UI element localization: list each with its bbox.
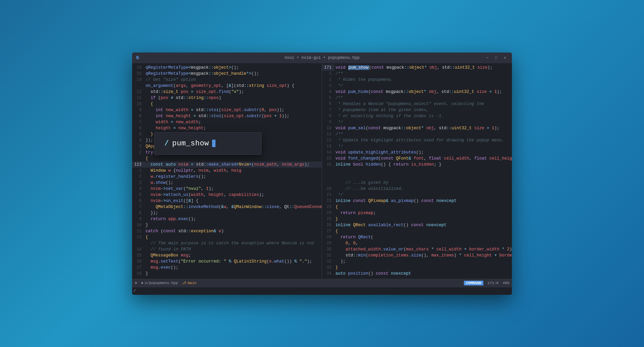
code-line: 2 * Hides the popupmenu. [322,77,512,83]
code-line: 6 height = new_height; [132,125,322,131]
code-line: 5 nvim->attach_ui(width, height, capabil… [132,192,322,198]
completion-slash-icon: / [164,139,169,148]
code-line: 21 */ [322,192,512,198]
scroll-percent: 46% [502,281,509,285]
code-line: 3 */ [322,83,512,89]
completion-text: pum_show [172,139,209,148]
code-line: 11 catch (const std::exception& e) [132,228,322,234]
status-file: ● s/popupmenu.hpp [141,281,178,285]
code-line: 14 // found in PATH [132,246,322,252]
code-line: 8 * or selecting nothing if the index is… [322,113,512,119]
code-line: 7 * popupmenu item at the given index, [322,107,512,113]
code-line: { [132,155,322,162]
code-line: 22 inline const QPixmap& as_pixmap() con… [322,198,512,204]
window-title: nvui • nvim-gui • popupmenu.hpp [284,56,359,60]
title-bar: N nvui • nvim-gui • popupmenu.hpp ─ □ ✕ [132,53,512,63]
window-controls: ─ □ ✕ [484,55,508,61]
code-line [322,174,512,180]
mode-badge: COMMAND [464,281,483,285]
code-line: 23 { [322,204,512,210]
code-line: 14 // Get "size" option [132,77,322,83]
status-branch: ⎇ main [182,281,196,285]
code-line: 32 ); [322,258,512,265]
code-line: 16 msg.setText("Error occurred: " % QLat… [132,258,322,265]
code-line: 9 int new_width = std::stoi(size_opt.sub… [132,107,322,113]
code-line: 10 { [132,101,322,107]
code-line: 7 QMetaObject::invokeMethod(&w, &QMainWi… [132,204,322,210]
code-line: 13 */ [322,143,512,149]
code-line [322,168,512,174]
code-line: 28 return QRect( [322,234,512,240]
code-line: 171 void pum_show(const msgpack::object*… [322,65,512,71]
code-line: 1 Window w {nullptr, nvim, width, heig [132,168,322,174]
left-code-area[interactable]: 16 qRegisterMetaType<msgpack::object>();… [132,63,322,279]
code-line: 12 { [132,234,322,240]
code-line: 9 */ [322,119,512,125]
code-line: 12 * Update the highlight attributes use… [322,137,512,143]
code-line: 9 return app.exec(); [132,216,322,222]
code-line: 10 void pum_sel(const msgpack::object* o… [322,125,512,131]
code-line: 3 w.show(); [132,180,322,186]
code-line: 26 inline QRect available_rect() const n… [322,222,512,228]
left-pane: 16 qRegisterMetaType<msgpack::object>();… [132,63,322,279]
code-line: 11 if (pos ≠ std::string::npos) [132,95,322,101]
branch-name: main [188,281,196,285]
code-line: 7 width = new_width; [132,119,322,125]
code-line: 5 /** [322,95,512,101]
code-line: 6 * Handles a Neovim "popupmenu_select" … [322,101,512,107]
code-line: 8 int new_height = std::stoi(size_opt.su… [132,113,322,119]
status-gear: ⚙ [135,281,137,285]
code-line: on_argument(args, geometry_opt, [&](std:… [132,83,322,89]
code-line: 25 } [322,216,512,222]
file-name: s/popupmenu.hpp [145,281,178,285]
code-line: 14 void update_highlight_attributes(); [322,149,512,155]
code-line: 16 qRegisterMetaType<msgpack::object>(); [132,65,322,71]
command-line[interactable]: / [132,287,512,295]
completion-cursor [212,140,215,147]
completion-popup: / pum_show [154,132,261,155]
code-line: 29 0, 0, [322,240,512,246]
code-line: // The main purpose is to catch the exce… [132,240,322,246]
status-bar: ⚙ ● s/popupmenu.hpp ⎇ main COMMAND 171:8… [132,279,512,287]
code-line: 4 nvim->set_var("nvui", 1); [132,186,322,192]
code-line: 16 inline bool hidden() { return is_hidd… [322,162,512,168]
right-code-area[interactable]: 171 void pum_show(const msgpack::object*… [322,63,512,279]
minimize-button[interactable]: ─ [484,55,490,61]
code-line: 17 msg.exec(); [132,265,322,271]
code-line: 18 } [132,271,322,277]
code-line: 27 { [322,228,512,234]
code-line: 15 QMessageBox msg; [132,252,322,258]
editor-window: N nvui • nvim-gui • popupmenu.hpp ─ □ ✕ … [132,53,512,295]
right-pane: 171 void pum_show(const msgpack::object*… [322,63,512,279]
left-code-lines: 16 qRegisterMetaType<msgpack::object>();… [132,63,322,278]
file-icon: ● [141,281,144,285]
code-line: // ...le given by [322,180,512,186]
code-line: 34 auto position() const noexcept [322,271,512,277]
cmd-slash: / [133,289,136,293]
code-line: 24 return pixmap; [322,210,512,216]
code-line: 30 attached_width.value_or(max_chars * c… [322,246,512,252]
code-line: 4 void pum_hide(const msgpack::object* o… [322,89,512,95]
app-logo: N [136,55,139,61]
code-line: 33 } [322,265,512,271]
code-line: 6 nvim->on_exit([&] { [132,198,322,204]
gear-icon: ⚙ [135,281,137,285]
code-line: 15 qRegisterMetaType<msgpack::object_han… [132,71,322,77]
code-line-current: 113 const auto nvim = std::make_shared<N… [132,162,322,168]
code-line: 10 } [132,222,322,228]
close-button[interactable]: ✕ [502,55,508,61]
right-code-lines: 171 void pum_show(const msgpack::object*… [322,63,512,278]
code-line: 12 std::size_t pos = size_opt.find("x"); [132,89,322,95]
code-line: 11 /** [322,131,512,137]
code-line: 31 std::min(completion_items.size(), max… [322,252,512,258]
code-line: 2 w.register_handlers(); [132,174,322,180]
editor-content: 16 qRegisterMetaType<msgpack::object>();… [132,63,512,279]
code-line: 15 void font_changed(const QFont& font, … [322,155,512,162]
cursor-position: 171:8 [487,281,498,285]
code-line: 1 /** [322,71,512,77]
maximize-button[interactable]: □ [493,55,499,61]
code-line: 20 // ...be uninitialized. [322,186,512,192]
code-line: 8 }); [132,210,322,216]
branch-icon: ⎇ [182,281,186,285]
